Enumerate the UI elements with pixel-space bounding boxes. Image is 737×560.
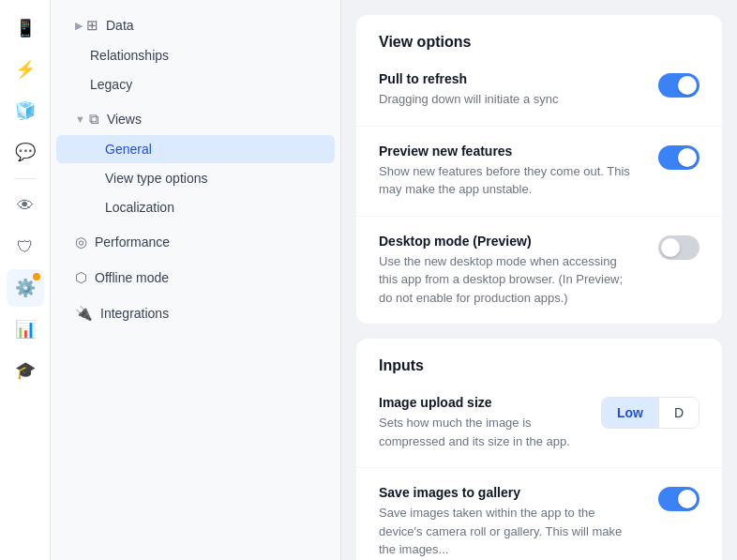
- image-upload-size-btngroup: Low D: [601, 397, 699, 429]
- sidebar-item-views[interactable]: ▼ ⧉ Views: [56, 104, 335, 134]
- icon-bar: 📱 ⚡ 🧊 💬 👁 🛡 ⚙️ 📊 🎓: [0, 0, 51, 560]
- preview-new-features-control: [658, 145, 699, 170]
- bolt-icon[interactable]: ⚡: [7, 51, 44, 88]
- shield-icon[interactable]: 🛡: [7, 228, 44, 265]
- save-images-gallery-track: [658, 487, 699, 511]
- sidebar-item-relationships[interactable]: Relationships: [56, 41, 335, 69]
- offline-section: ⬡ Offline mode: [51, 260, 340, 295]
- preview-new-features-thumb: [678, 148, 697, 167]
- save-images-gallery-toggle[interactable]: [658, 487, 699, 511]
- preview-new-features-text: Preview new features Show new features b…: [379, 144, 658, 199]
- chart-icon[interactable]: 📊: [7, 310, 44, 348]
- preview-new-features-label: Preview new features: [379, 144, 636, 159]
- pull-to-refresh-text: Pull to refresh Dragging down will initi…: [379, 71, 658, 109]
- pull-to-refresh-desc: Dragging down will initiate a sync: [379, 90, 636, 109]
- sidebar-item-offline-mode[interactable]: ⬡ Offline mode: [56, 263, 335, 293]
- data-chevron: ▶: [75, 20, 83, 32]
- pull-to-refresh-track: [658, 73, 699, 98]
- desktop-mode-toggle[interactable]: [658, 235, 699, 260]
- data-label: Data: [106, 18, 134, 33]
- inputs-title: Inputs: [356, 339, 722, 378]
- save-images-gallery-control: [658, 487, 699, 511]
- view-options-card: View options Pull to refresh Dragging do…: [356, 15, 722, 324]
- preview-new-features-desc: Show new features before they come out. …: [379, 162, 636, 199]
- sidebar-item-data[interactable]: ▶ ⊞ Data: [56, 10, 335, 40]
- views-label: Views: [107, 112, 142, 127]
- desktop-mode-row: Desktop mode (Preview) Use the new deskt…: [356, 217, 722, 325]
- legacy-label: Legacy: [90, 77, 132, 92]
- pull-to-refresh-toggle[interactable]: [658, 73, 699, 98]
- inputs-card: Inputs Image upload size Sets how much t…: [356, 339, 722, 560]
- offline-mode-label: Offline mode: [95, 270, 169, 285]
- sidebar-item-view-type-options[interactable]: View type options: [56, 164, 335, 192]
- main-content: View options Pull to refresh Dragging do…: [341, 0, 737, 560]
- image-size-low-button[interactable]: Low: [602, 398, 659, 428]
- sidebar-item-localization[interactable]: Localization: [56, 193, 335, 221]
- desktop-mode-desc: Use the new desktop mode when accessing …: [379, 252, 636, 308]
- performance-icon: ◎: [75, 234, 87, 250]
- preview-new-features-row: Preview new features Show new features b…: [356, 127, 722, 217]
- sidebar-item-general[interactable]: General: [56, 135, 335, 163]
- sidebar-item-legacy[interactable]: Legacy: [56, 70, 335, 98]
- save-images-gallery-label: Save images to gallery: [379, 485, 636, 500]
- phone-icon[interactable]: 📱: [7, 9, 44, 47]
- views-section: ▼ ⧉ Views General View type options Loca…: [51, 101, 340, 224]
- performance-section: ◎ Performance: [51, 224, 340, 260]
- integrations-label: Integrations: [100, 306, 169, 321]
- chat-icon[interactable]: 💬: [7, 133, 44, 171]
- image-upload-size-control: Low D: [601, 397, 699, 429]
- desktop-mode-control: [658, 235, 699, 260]
- desktop-mode-track: [658, 235, 699, 260]
- image-upload-size-row: Image upload size Sets how much the imag…: [356, 378, 722, 468]
- desktop-mode-text: Desktop mode (Preview) Use the new deskt…: [379, 234, 658, 308]
- box-icon[interactable]: 🧊: [7, 92, 44, 129]
- preview-new-features-track: [658, 145, 699, 170]
- divider-1: [14, 178, 37, 179]
- views-icon: ⧉: [89, 111, 99, 128]
- preview-new-features-toggle[interactable]: [658, 145, 699, 170]
- desktop-mode-thumb: [661, 238, 680, 257]
- image-upload-size-label: Image upload size: [379, 395, 579, 410]
- sidebar: ▶ ⊞ Data Relationships Legacy ▼ ⧉ Views …: [51, 0, 341, 560]
- integrations-section: 🔌 Integrations: [51, 295, 340, 331]
- sidebar-item-performance[interactable]: ◎ Performance: [56, 227, 335, 257]
- save-images-gallery-thumb: [678, 490, 697, 508]
- graduation-icon[interactable]: 🎓: [7, 352, 44, 389]
- pull-to-refresh-thumb: [678, 76, 697, 95]
- save-images-gallery-text: Save images to gallery Save images taken…: [379, 485, 658, 559]
- image-upload-size-text: Image upload size Sets how much the imag…: [379, 395, 601, 450]
- pull-to-refresh-label: Pull to refresh: [379, 71, 636, 86]
- pull-to-refresh-row: Pull to refresh Dragging down will initi…: [356, 54, 722, 127]
- views-chevron: ▼: [75, 114, 85, 125]
- localization-label: Localization: [105, 200, 174, 215]
- image-upload-size-desc: Sets how much the image is compressed an…: [379, 414, 579, 450]
- desktop-mode-label: Desktop mode (Preview): [379, 234, 636, 249]
- pull-to-refresh-control: [658, 73, 699, 98]
- image-size-d-button[interactable]: D: [659, 398, 699, 428]
- save-images-gallery-row: Save images to gallery Save images taken…: [356, 468, 722, 560]
- eye-icon[interactable]: 👁: [7, 187, 44, 224]
- relationships-label: Relationships: [90, 48, 169, 63]
- save-images-gallery-desc: Save images taken within the app to the …: [379, 504, 636, 559]
- gear-badge: [33, 273, 40, 280]
- performance-label: Performance: [95, 235, 170, 250]
- offline-icon: ⬡: [75, 269, 87, 286]
- sidebar-item-integrations[interactable]: 🔌 Integrations: [56, 298, 335, 328]
- data-icon: ⊞: [86, 17, 98, 34]
- view-type-options-label: View type options: [105, 171, 207, 186]
- integrations-icon: 🔌: [75, 305, 93, 322]
- view-options-title: View options: [356, 15, 722, 54]
- data-section: ▶ ⊞ Data Relationships Legacy: [51, 8, 340, 101]
- gear-icon[interactable]: ⚙️: [7, 269, 44, 307]
- general-label: General: [105, 142, 152, 157]
